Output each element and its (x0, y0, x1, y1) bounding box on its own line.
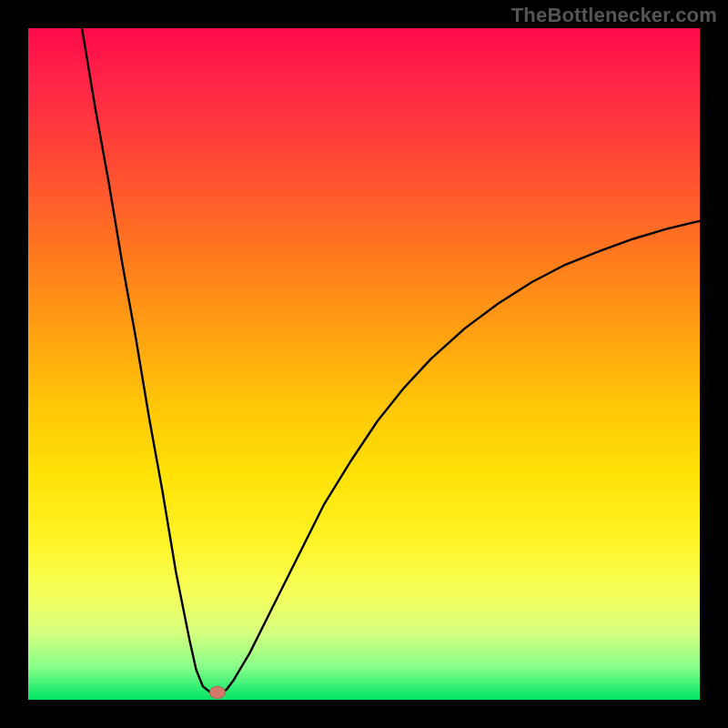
watermark-text: TheBottlenecker.com (511, 4, 717, 27)
chart-frame: TheBottlenecker.com (0, 0, 728, 728)
plot-background-gradient (28, 28, 700, 700)
